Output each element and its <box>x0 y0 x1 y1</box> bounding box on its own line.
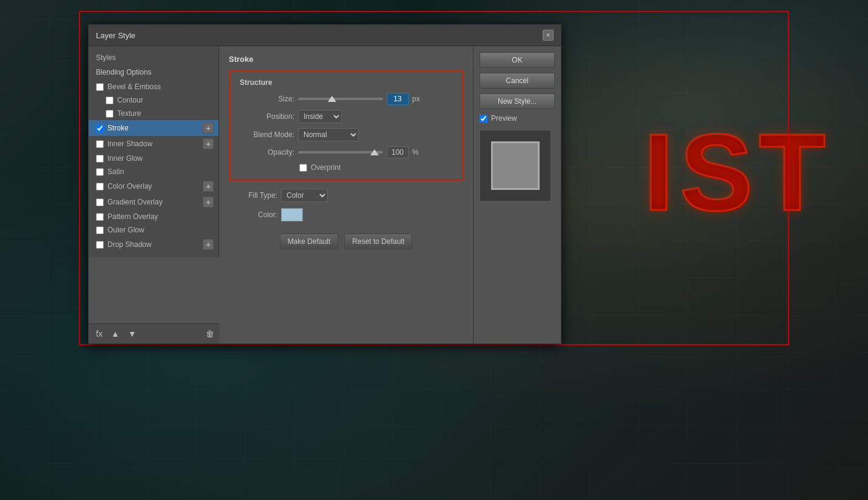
inner-shadow-checkbox[interactable] <box>96 140 104 148</box>
dialog-body: Styles Blending Options Bevel & Emboss C… <box>89 46 561 343</box>
sidebar-item-bevel-emboss[interactable]: Bevel & Emboss <box>89 80 219 93</box>
texture-label: Texture <box>117 109 214 118</box>
blending-options-item[interactable]: Blending Options <box>89 66 219 80</box>
size-input[interactable]: 13 <box>387 93 409 105</box>
inner-shadow-label: Inner Shadow <box>107 140 200 148</box>
opacity-slider-container <box>298 151 383 154</box>
stroke-checkbox[interactable] <box>96 124 104 132</box>
gradient-overlay-label: Gradient Overlay <box>107 198 200 206</box>
pattern-overlay-checkbox[interactable] <box>96 213 104 221</box>
sidebar-item-stroke[interactable]: Stroke + <box>89 120 219 136</box>
size-row: Size: 13 px <box>240 93 452 105</box>
make-default-button[interactable]: Make Default <box>280 234 339 249</box>
left-panel: Styles Blending Options Bevel & Emboss C… <box>89 46 219 257</box>
fill-type-select[interactable]: Color Gradient Pattern <box>281 189 328 202</box>
position-select[interactable]: Inside Outside Center <box>298 110 342 123</box>
dialog-title: Layer Style <box>96 31 135 40</box>
opacity-label: Opacity: <box>240 148 294 157</box>
opacity-row: Opacity: 100 % <box>240 146 452 158</box>
right-panel: OK Cancel New Style... Preview <box>473 46 561 343</box>
new-style-button[interactable]: New Style... <box>480 93 555 109</box>
sidebar-item-gradient-overlay[interactable]: Gradient Overlay + <box>89 194 219 210</box>
color-label: Color: <box>229 211 277 219</box>
preview-checkbox[interactable] <box>480 115 487 123</box>
sidebar-item-drop-shadow[interactable]: Drop Shadow + <box>89 237 219 252</box>
move-up-button[interactable]: ▲ <box>109 328 122 340</box>
ok-button[interactable]: OK <box>480 52 555 68</box>
drop-shadow-checkbox[interactable] <box>96 241 104 249</box>
pattern-overlay-label: Pattern Overlay <box>107 212 214 221</box>
gradient-overlay-add-button[interactable]: + <box>203 197 214 208</box>
gradient-overlay-checkbox[interactable] <box>96 198 104 206</box>
size-slider-thumb[interactable] <box>328 96 336 102</box>
position-row: Position: Inside Outside Center <box>240 110 452 123</box>
size-unit: px <box>412 95 420 103</box>
inner-glow-label: Inner Glow <box>107 154 214 163</box>
blend-mode-select[interactable]: Normal Multiply Screen Overlay <box>298 128 359 141</box>
drop-shadow-label: Drop Shadow <box>107 240 200 249</box>
bottom-buttons: Make Default Reset to Default <box>229 234 463 249</box>
opacity-unit: % <box>412 148 419 157</box>
outer-glow-label: Outer Glow <box>107 226 214 234</box>
outer-glow-checkbox[interactable] <box>96 226 104 234</box>
sidebar-item-satin[interactable]: Satin <box>89 165 219 178</box>
left-panel-wrapper: Styles Blending Options Bevel & Emboss C… <box>89 46 219 343</box>
sidebar-item-texture[interactable]: Texture <box>89 107 219 120</box>
color-row: Color: <box>229 208 463 221</box>
blend-mode-row: Blend Mode: Normal Multiply Screen Overl… <box>240 128 452 141</box>
color-overlay-label: Color Overlay <box>107 182 200 191</box>
inner-shadow-add-button[interactable]: + <box>203 138 214 149</box>
cancel-button[interactable]: Cancel <box>480 73 555 89</box>
close-button[interactable]: × <box>543 30 554 41</box>
stroke-label: Stroke <box>107 124 200 132</box>
size-label: Size: <box>240 95 294 103</box>
inner-glow-checkbox[interactable] <box>96 155 104 163</box>
opacity-slider-thumb[interactable] <box>370 149 379 155</box>
sidebar-item-pattern-overlay[interactable]: Pattern Overlay <box>89 210 219 223</box>
main-content: Stroke Structure Size: 13 px <box>219 46 473 343</box>
left-toolbar: fx ▲ ▼ 🗑 <box>89 323 219 343</box>
contour-checkbox[interactable] <box>106 96 114 104</box>
blend-mode-label: Blend Mode: <box>240 130 294 139</box>
stroke-add-button[interactable]: + <box>203 123 214 133</box>
satin-checkbox[interactable] <box>96 168 104 176</box>
styles-label[interactable]: Styles <box>89 51 219 66</box>
fill-type-row: Fill Type: Color Gradient Pattern <box>229 189 463 202</box>
texture-checkbox[interactable] <box>106 110 114 118</box>
color-overlay-checkbox[interactable] <box>96 183 104 191</box>
bg-text: IST <box>643 109 832 235</box>
overprint-checkbox[interactable] <box>299 164 307 172</box>
overprint-row: Overprint <box>299 163 452 172</box>
color-swatch[interactable] <box>281 208 303 221</box>
layer-style-dialog: Layer Style × Styles Blending Options Be… <box>88 24 561 344</box>
overprint-label: Overprint <box>311 163 341 172</box>
position-label: Position: <box>240 112 294 121</box>
color-overlay-add-button[interactable]: + <box>203 181 214 192</box>
preview-label: Preview <box>491 114 517 123</box>
sidebar-item-contour[interactable]: Contour <box>89 93 219 107</box>
bevel-emboss-checkbox[interactable] <box>96 83 104 91</box>
reset-to-default-button[interactable]: Reset to Default <box>344 234 412 249</box>
contour-label: Contour <box>117 96 214 104</box>
preview-row: Preview <box>480 114 555 123</box>
sidebar-item-outer-glow[interactable]: Outer Glow <box>89 223 219 237</box>
preview-box <box>480 130 551 201</box>
structure-box: Structure Size: 13 px Position: <box>229 70 463 180</box>
size-slider-container <box>298 98 383 100</box>
fx-button[interactable]: fx <box>93 328 105 340</box>
stroke-section-title: Stroke <box>229 55 463 64</box>
fill-type-label: Fill Type: <box>229 191 277 200</box>
sidebar-item-inner-glow[interactable]: Inner Glow <box>89 152 219 165</box>
move-down-button[interactable]: ▼ <box>126 328 139 340</box>
opacity-input[interactable]: 100 <box>387 146 409 158</box>
drop-shadow-add-button[interactable]: + <box>203 239 214 250</box>
preview-inner <box>491 141 540 190</box>
opacity-slider-track <box>298 151 383 154</box>
sidebar-item-inner-shadow[interactable]: Inner Shadow + <box>89 136 219 152</box>
sidebar-item-color-overlay[interactable]: Color Overlay + <box>89 178 219 194</box>
size-slider-track <box>298 98 383 100</box>
bevel-emboss-label: Bevel & Emboss <box>107 83 214 91</box>
delete-button[interactable]: 🗑 <box>206 329 214 339</box>
structure-title: Structure <box>240 78 452 87</box>
satin-label: Satin <box>107 167 214 176</box>
